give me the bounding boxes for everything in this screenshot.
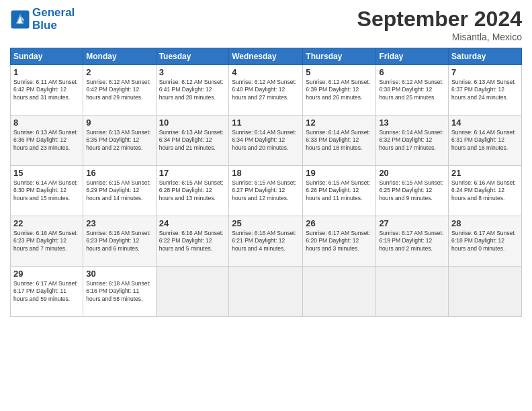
- location: Misantla, Mexico: [357, 32, 522, 42]
- day-header-saturday: Saturday: [449, 48, 522, 65]
- day-detail: Sunrise: 6:18 AM Sunset: 6:16 PM Dayligh…: [86, 280, 152, 303]
- day-detail: Sunrise: 6:15 AM Sunset: 6:27 PM Dayligh…: [232, 179, 300, 202]
- day-detail: Sunrise: 6:17 AM Sunset: 6:17 PM Dayligh…: [13, 280, 80, 303]
- day-number: 9: [86, 118, 152, 128]
- calendar-day: 17Sunrise: 6:15 AM Sunset: 6:28 PM Dayli…: [156, 166, 229, 216]
- day-detail: Sunrise: 6:13 AM Sunset: 6:36 PM Dayligh…: [13, 129, 80, 152]
- day-number: 25: [232, 218, 300, 228]
- calendar-day: 15Sunrise: 6:14 AM Sunset: 6:30 PM Dayli…: [11, 166, 83, 216]
- day-detail: Sunrise: 6:16 AM Sunset: 6:22 PM Dayligh…: [159, 230, 226, 253]
- day-detail: Sunrise: 6:13 AM Sunset: 6:34 PM Dayligh…: [159, 129, 226, 152]
- logo-text: General Blue: [32, 7, 75, 32]
- day-header-wednesday: Wednesday: [229, 48, 303, 65]
- day-detail: Sunrise: 6:16 AM Sunset: 6:23 PM Dayligh…: [13, 230, 80, 253]
- day-detail: Sunrise: 6:13 AM Sunset: 6:35 PM Dayligh…: [86, 129, 152, 152]
- calendar-day: 4Sunrise: 6:12 AM Sunset: 6:40 PM Daylig…: [229, 65, 303, 116]
- logo-icon: [10, 9, 30, 30]
- day-number: 16: [86, 168, 152, 178]
- day-number: 29: [13, 269, 80, 279]
- calendar-body: 1Sunrise: 6:11 AM Sunset: 6:42 PM Daylig…: [11, 65, 522, 317]
- day-number: 3: [159, 67, 226, 77]
- day-number: 19: [306, 168, 373, 178]
- day-number: 30: [86, 269, 152, 279]
- day-detail: Sunrise: 6:12 AM Sunset: 6:38 PM Dayligh…: [379, 79, 445, 101]
- day-header-monday: Monday: [83, 48, 156, 65]
- day-header-tuesday: Tuesday: [156, 48, 229, 65]
- day-detail: Sunrise: 6:17 AM Sunset: 6:19 PM Dayligh…: [379, 230, 445, 253]
- calendar-header-row: SundayMondayTuesdayWednesdayThursdayFrid…: [11, 48, 522, 65]
- calendar-day: 29Sunrise: 6:17 AM Sunset: 6:17 PM Dayli…: [11, 267, 83, 317]
- calendar-day: 14Sunrise: 6:14 AM Sunset: 6:31 PM Dayli…: [449, 116, 522, 166]
- calendar-day: 20Sunrise: 6:15 AM Sunset: 6:25 PM Dayli…: [376, 166, 449, 216]
- calendar-day: 6Sunrise: 6:12 AM Sunset: 6:38 PM Daylig…: [376, 65, 449, 116]
- day-number: 17: [159, 168, 226, 178]
- calendar-day: 11Sunrise: 6:14 AM Sunset: 6:34 PM Dayli…: [229, 116, 303, 166]
- day-detail: Sunrise: 6:14 AM Sunset: 6:30 PM Dayligh…: [13, 179, 80, 202]
- day-detail: Sunrise: 6:13 AM Sunset: 6:37 PM Dayligh…: [451, 79, 519, 101]
- day-header-thursday: Thursday: [303, 48, 376, 65]
- day-detail: Sunrise: 6:14 AM Sunset: 6:33 PM Dayligh…: [306, 129, 373, 152]
- day-number: 1: [13, 67, 80, 77]
- calendar-container: General Blue September 2024 Misantla, Me…: [0, 0, 532, 324]
- calendar-day: 24Sunrise: 6:16 AM Sunset: 6:22 PM Dayli…: [156, 216, 229, 267]
- calendar-week-4: 22Sunrise: 6:16 AM Sunset: 6:23 PM Dayli…: [11, 216, 522, 267]
- day-number: 26: [306, 218, 373, 228]
- calendar-day: [449, 267, 522, 317]
- day-number: 27: [379, 218, 445, 228]
- day-number: 28: [451, 218, 519, 228]
- day-detail: Sunrise: 6:15 AM Sunset: 6:26 PM Dayligh…: [306, 179, 373, 202]
- calendar-week-2: 8Sunrise: 6:13 AM Sunset: 6:36 PM Daylig…: [11, 116, 522, 166]
- calendar-day: 28Sunrise: 6:17 AM Sunset: 6:18 PM Dayli…: [449, 216, 522, 267]
- month-title: September 2024: [357, 7, 522, 32]
- day-number: 5: [306, 67, 373, 77]
- calendar-week-3: 15Sunrise: 6:14 AM Sunset: 6:30 PM Dayli…: [11, 166, 522, 216]
- day-number: 13: [379, 118, 445, 128]
- title-area: September 2024 Misantla, Mexico: [357, 7, 522, 42]
- calendar-day: 27Sunrise: 6:17 AM Sunset: 6:19 PM Dayli…: [376, 216, 449, 267]
- day-number: 10: [159, 118, 226, 128]
- calendar-day: 10Sunrise: 6:13 AM Sunset: 6:34 PM Dayli…: [156, 116, 229, 166]
- calendar-day: 1Sunrise: 6:11 AM Sunset: 6:42 PM Daylig…: [11, 65, 83, 116]
- day-detail: Sunrise: 6:15 AM Sunset: 6:29 PM Dayligh…: [86, 179, 152, 202]
- day-detail: Sunrise: 6:14 AM Sunset: 6:31 PM Dayligh…: [451, 129, 519, 152]
- day-detail: Sunrise: 6:15 AM Sunset: 6:25 PM Dayligh…: [379, 179, 445, 202]
- day-number: 2: [86, 67, 152, 77]
- day-detail: Sunrise: 6:12 AM Sunset: 6:41 PM Dayligh…: [159, 79, 226, 101]
- calendar-day: 23Sunrise: 6:16 AM Sunset: 6:23 PM Dayli…: [83, 216, 156, 267]
- day-header-sunday: Sunday: [11, 48, 83, 65]
- calendar-day: 13Sunrise: 6:14 AM Sunset: 6:32 PM Dayli…: [376, 116, 449, 166]
- day-number: 14: [451, 118, 519, 128]
- calendar-day: 9Sunrise: 6:13 AM Sunset: 6:35 PM Daylig…: [83, 116, 156, 166]
- day-detail: Sunrise: 6:12 AM Sunset: 6:40 PM Dayligh…: [232, 79, 300, 101]
- calendar-day: [303, 267, 376, 317]
- day-detail: Sunrise: 6:15 AM Sunset: 6:28 PM Dayligh…: [159, 179, 226, 202]
- day-number: 6: [379, 67, 445, 77]
- calendar-day: 25Sunrise: 6:16 AM Sunset: 6:21 PM Dayli…: [229, 216, 303, 267]
- day-number: 4: [232, 67, 300, 77]
- day-detail: Sunrise: 6:16 AM Sunset: 6:23 PM Dayligh…: [86, 230, 152, 253]
- day-number: 15: [13, 168, 80, 178]
- day-number: 11: [232, 118, 300, 128]
- calendar-day: [376, 267, 449, 317]
- day-detail: Sunrise: 6:16 AM Sunset: 6:24 PM Dayligh…: [451, 179, 519, 202]
- calendar-day: 18Sunrise: 6:15 AM Sunset: 6:27 PM Dayli…: [229, 166, 303, 216]
- day-number: 7: [451, 67, 519, 77]
- day-number: 22: [13, 218, 80, 228]
- calendar-day: 19Sunrise: 6:15 AM Sunset: 6:26 PM Dayli…: [303, 166, 376, 216]
- day-detail: Sunrise: 6:16 AM Sunset: 6:21 PM Dayligh…: [232, 230, 300, 253]
- day-detail: Sunrise: 6:11 AM Sunset: 6:42 PM Dayligh…: [13, 79, 80, 101]
- day-detail: Sunrise: 6:14 AM Sunset: 6:32 PM Dayligh…: [379, 129, 445, 152]
- calendar-day: 8Sunrise: 6:13 AM Sunset: 6:36 PM Daylig…: [11, 116, 83, 166]
- calendar-day: 26Sunrise: 6:17 AM Sunset: 6:20 PM Dayli…: [303, 216, 376, 267]
- calendar-header: General Blue September 2024 Misantla, Me…: [10, 7, 522, 42]
- day-number: 12: [306, 118, 373, 128]
- calendar-day: [156, 267, 229, 317]
- logo: General Blue: [10, 7, 75, 32]
- calendar-day: 5Sunrise: 6:12 AM Sunset: 6:39 PM Daylig…: [303, 65, 376, 116]
- day-detail: Sunrise: 6:17 AM Sunset: 6:20 PM Dayligh…: [306, 230, 373, 253]
- day-number: 21: [451, 168, 519, 178]
- calendar-day: [229, 267, 303, 317]
- calendar-day: 3Sunrise: 6:12 AM Sunset: 6:41 PM Daylig…: [156, 65, 229, 116]
- calendar-table: SundayMondayTuesdayWednesdayThursdayFrid…: [10, 48, 522, 317]
- calendar-day: 21Sunrise: 6:16 AM Sunset: 6:24 PM Dayli…: [449, 166, 522, 216]
